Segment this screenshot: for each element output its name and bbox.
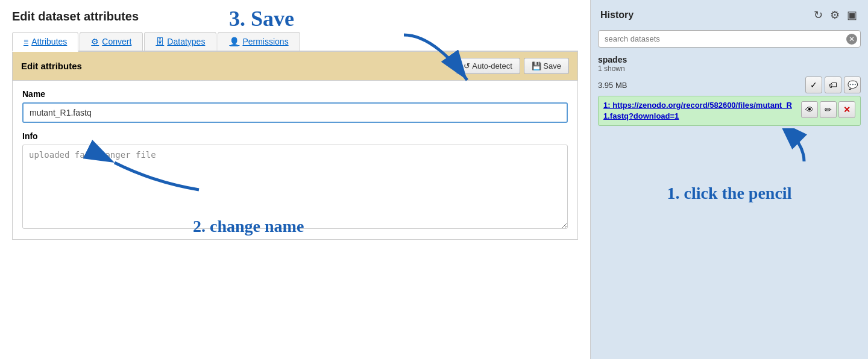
tab-convert[interactable]: ⚙ Convert [80,32,143,51]
close-button[interactable]: ✕ [838,101,855,118]
checkmark-button[interactable]: ✓ [805,76,822,93]
edit-attributes-title: Edit attributes [21,61,82,71]
search-clear-button[interactable]: ✕ [846,34,857,45]
tabs: ≡ Attributes ⚙ Convert 🗄 Datatypes 👤 Per… [12,32,578,52]
dataset-size: 3.95 MB [598,81,627,90]
dataset-name: spades [598,55,861,64]
comment-button[interactable]: 💬 [844,76,861,93]
name-label: Name [22,89,568,99]
dataset-link-row: 1: https://zenodo.org/record/582600/file… [598,96,861,126]
permissions-icon: 👤 [229,37,239,46]
dataset-link-icons: 👁 ✏ ✕ [801,101,855,118]
tab-attributes[interactable]: ≡ Attributes [12,32,78,52]
pencil-button[interactable]: ✏ [820,101,837,118]
tag-button[interactable]: 🏷 [825,76,841,93]
auto-detect-button[interactable]: ↺ Auto-detect [456,58,520,74]
left-panel: 3. Save 2. change name Edit dataset attr… [0,0,591,359]
dataset-count: 1 shown [598,64,861,73]
settings-button[interactable]: ⚙ [829,7,841,23]
eye-button[interactable]: 👁 [801,101,818,118]
edit-attributes-box: Edit attributes ↺ Auto-detect 💾 Save Nam… [12,52,578,240]
right-panel: History ↻ ⚙ ▣ ✕ spades 1 shown 3.95 MB ✓… [591,0,868,359]
annotation-click-pencil: 1. click the pencil [591,164,868,204]
name-input[interactable] [22,102,568,123]
convert-icon: ⚙ [91,37,99,46]
dataset-meta: 3.95 MB ✓ 🏷 💬 [598,76,861,93]
save-button[interactable]: 💾 Save [524,58,569,74]
history-title: History [600,10,634,20]
dataset-action-icons: ✓ 🏷 💬 [805,76,861,93]
search-input[interactable] [598,30,861,48]
info-textarea[interactable]: uploaded fastqsanger file [22,145,568,229]
datatypes-icon: 🗄 [156,37,164,46]
header-buttons: ↺ Auto-detect 💾 Save [456,58,569,74]
edit-attributes-header: Edit attributes ↺ Auto-detect 💾 Save [13,52,577,81]
refresh-button[interactable]: ↻ [813,7,824,23]
attributes-icon: ≡ [24,37,28,46]
panel-button[interactable]: ▣ [846,7,858,23]
dataset-link[interactable]: 1: https://zenodo.org/record/582600/file… [603,100,797,122]
arrow-pencil [756,128,828,164]
page-title: Edit dataset attributes [12,10,578,23]
edit-box-body: Name Info uploaded fastqsanger file [13,81,577,239]
dataset-section: spades 1 shown 3.95 MB ✓ 🏷 💬 1: https://… [591,52,868,128]
tab-datatypes[interactable]: 🗄 Datatypes [144,32,216,51]
history-icons: ↻ ⚙ ▣ [813,7,858,23]
arrow-pencil-container [600,128,858,164]
tab-permissions[interactable]: 👤 Permissions [218,32,300,51]
search-bar: ✕ [598,30,861,48]
history-header: History ↻ ⚙ ▣ [591,0,868,28]
info-label: Info [22,131,568,141]
